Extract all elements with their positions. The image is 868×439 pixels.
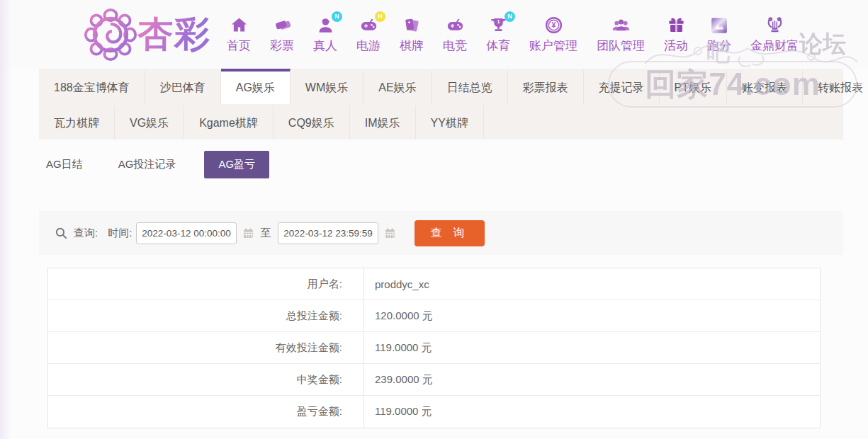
table-row: 用户名:proddyc_xc (48, 268, 820, 300)
nav-item-label: 真人 (313, 38, 337, 54)
table-row: 有效投注金额:119.0000 元 (48, 332, 820, 364)
nav-item-5[interactable]: 棋牌 (400, 16, 424, 54)
svg-text:1: 1 (497, 18, 500, 25)
row-label: 盈亏金额: (48, 396, 364, 428)
ag-subtabs: AG日结AG投注记录AG盈亏 (39, 151, 868, 178)
nav-item-11[interactable]: 跑分 (707, 16, 731, 54)
tab-充提记录[interactable]: 充提记录 (584, 69, 660, 104)
nav-item-10[interactable]: 活动 (664, 16, 688, 54)
tab-AE娱乐[interactable]: AE娱乐 (363, 69, 432, 104)
tab-WM娱乐[interactable]: WM娱乐 (291, 69, 363, 104)
row-label: 中奖金额: (48, 364, 364, 395)
query-label: 查询: (74, 227, 98, 240)
nav-badge: N (332, 11, 342, 22)
nav-item-8[interactable]: ¥账户管理 (529, 16, 577, 54)
query-button[interactable]: 查 询 (415, 220, 484, 246)
table-row: 盈亏金额:119.0000 元 (48, 396, 820, 428)
report-tabs: 188金宝博体育沙巴体育AG娱乐WM娱乐AE娱乐日结总览彩票报表充提记录PT娱乐… (39, 69, 843, 139)
nav-item-3[interactable]: N真人 (313, 16, 337, 54)
gamepad-icon: H (359, 16, 378, 35)
brand-name: 杏彩 (137, 11, 211, 58)
nav-item-1[interactable]: 首页 (227, 16, 251, 54)
tab-AG娱乐[interactable]: AG娱乐 (221, 69, 291, 104)
svg-text:¥: ¥ (551, 21, 556, 29)
row-value: 120.0000 元 (364, 300, 820, 331)
nav-item-label: 电竞 (443, 38, 467, 54)
person-icon: N (315, 16, 335, 35)
image-icon (709, 16, 729, 35)
nav-item-label: 团队管理 (597, 38, 645, 54)
tab-Kgame棋牌[interactable]: Kgame棋牌 (184, 104, 274, 139)
row-label: 用户名: (48, 268, 364, 300)
tab-账变报表[interactable]: 账变报表 (727, 69, 803, 104)
nav-badge: N (505, 11, 515, 22)
trophy-icon: 1N (488, 16, 508, 35)
subtab-AG日结[interactable]: AG日结 (39, 152, 90, 178)
home-icon (229, 16, 249, 35)
nav-item-7[interactable]: 1N体育 (486, 16, 510, 54)
nav-item-4[interactable]: H电游 (356, 16, 381, 54)
calendar-icon[interactable] (242, 227, 254, 239)
row-label: 总投注金额: (48, 300, 364, 331)
team-icon (611, 16, 631, 35)
profit-loss-table: 用户名:proddyc_xc总投注金额:120.0000 元有效投注金额:119… (47, 268, 821, 428)
nav-item-label: 跑分 (707, 38, 731, 54)
tab-188金宝博体育[interactable]: 188金宝博体育 (39, 69, 145, 104)
tab-CQ9娱乐[interactable]: CQ9娱乐 (274, 104, 350, 139)
nav-item-label: 账户管理 (529, 38, 577, 54)
row-value: proddyc_xc (364, 268, 820, 300)
nav-item-6[interactable]: 电竞 (443, 16, 467, 54)
tab-YY棋牌[interactable]: YY棋牌 (416, 104, 484, 139)
date-from-input[interactable] (136, 222, 237, 244)
nav-item-label: 棋牌 (400, 38, 424, 54)
subtab-AG投注记录[interactable]: AG投注记录 (111, 152, 184, 178)
tab-彩票报表[interactable]: 彩票报表 (508, 69, 584, 104)
tab-日结总览[interactable]: 日结总览 (432, 69, 508, 104)
table-row: 总投注金额:120.0000 元 (48, 300, 820, 332)
main-nav: 首页彩票N真人H电游棋牌电竞1N体育¥账户管理团队管理活动跑分金鼎财富 (227, 16, 799, 54)
lyre-icon (765, 16, 784, 35)
nav-item-label: 体育 (486, 38, 510, 54)
nav-item-label: 金鼎财富 (750, 38, 799, 54)
nav-item-label: 活动 (664, 38, 688, 54)
calendar-icon[interactable] (384, 227, 396, 239)
query-panel: 查询: 时间: 至 查 询 (39, 211, 843, 255)
row-value: 239.0000 元 (364, 364, 820, 395)
nav-item-12[interactable]: 金鼎财富 (750, 16, 799, 54)
nav-item-2[interactable]: 彩票 (270, 16, 294, 54)
cards-icon (402, 16, 422, 35)
date-to-input[interactable] (278, 222, 378, 244)
header: 杏彩 首页彩票N真人H电游棋牌电竞1N体育¥账户管理团队管理活动跑分金鼎财富 (0, 0, 868, 69)
nav-item-label: 首页 (227, 38, 251, 54)
row-value: 119.0000 元 (364, 396, 820, 428)
gamepad-icon (445, 16, 465, 35)
nav-item-label: 电游 (356, 38, 381, 54)
nav-item-9[interactable]: 团队管理 (597, 16, 645, 54)
table-row: 中奖金额:239.0000 元 (48, 364, 820, 396)
time-label: 时间: (108, 227, 132, 240)
tab-转账报表[interactable]: 转账报表 (803, 69, 868, 104)
coin-icon: ¥ (543, 16, 563, 35)
page: 杏彩 首页彩票N真人H电游棋牌电竞1N体育¥账户管理团队管理活动跑分金鼎财富 1… (0, 0, 868, 439)
tab-VG娱乐[interactable]: VG娱乐 (115, 104, 184, 139)
gift-icon (666, 16, 686, 35)
tab-row: 瓦力棋牌VG娱乐Kgame棋牌CQ9娱乐IM娱乐YY棋牌 (39, 104, 843, 139)
tab-IM娱乐[interactable]: IM娱乐 (350, 104, 416, 139)
tab-瓦力棋牌[interactable]: 瓦力棋牌 (39, 104, 115, 139)
search-icon (55, 227, 68, 240)
tab-PT娱乐[interactable]: PT娱乐 (660, 69, 727, 104)
tab-沙巴体育[interactable]: 沙巴体育 (145, 69, 221, 104)
flower-logo-icon (84, 8, 137, 62)
to-separator: 至 (260, 227, 271, 240)
row-value: 119.0000 元 (364, 332, 820, 363)
nav-badge: H (375, 11, 385, 22)
row-label: 有效投注金额: (48, 332, 364, 363)
ticket-icon (272, 16, 292, 35)
brand-logo[interactable]: 杏彩 (84, 8, 211, 62)
tab-row: 188金宝博体育沙巴体育AG娱乐WM娱乐AE娱乐日结总览彩票报表充提记录PT娱乐… (39, 69, 843, 104)
nav-item-label: 彩票 (270, 38, 294, 54)
subtab-AG盈亏[interactable]: AG盈亏 (204, 151, 269, 178)
